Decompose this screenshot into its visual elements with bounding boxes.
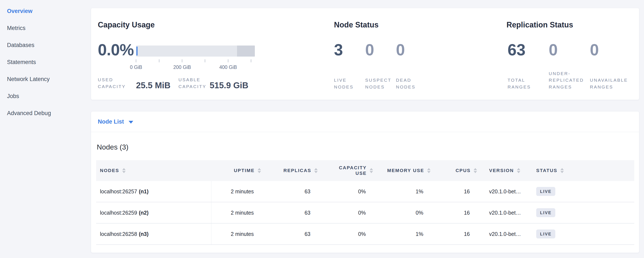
table-row[interactable]: localhost:26257(n1) 2 minutes 63 0% 1% 1… (96, 181, 634, 202)
replicas-cell: 63 (261, 202, 318, 223)
node-status-panel: Node Status 3 LIVE NODES 0 SUSPECT NODES… (334, 8, 504, 100)
status-cell: LIVE (533, 223, 634, 244)
sort-icon (122, 168, 126, 173)
column-header-cpus[interactable]: CPUS (430, 160, 477, 181)
status-badge: LIVE (536, 187, 555, 196)
sidebar-item-metrics[interactable]: Metrics (7, 20, 87, 37)
capacity-use-cell: 0% (318, 223, 373, 244)
axis-tick (136, 59, 136, 62)
sidebar-item-network-latency[interactable]: Network Latency (7, 71, 87, 88)
capacity-use-cell: 0% (318, 202, 373, 223)
capacity-used-percent: 0.0% (98, 40, 134, 59)
sort-icon (474, 168, 477, 173)
live-nodes-stat: 3 LIVE NODES (334, 8, 364, 100)
axis-tick (182, 59, 182, 62)
node-list-view-dropdown[interactable]: Node List (91, 111, 639, 132)
memory-use-cell: 0% (373, 202, 430, 223)
axis-tick (159, 59, 159, 62)
suspect-nodes-stat: 0 SUSPECT NODES (365, 8, 395, 100)
chevron-down-icon (128, 121, 133, 123)
node-address-link[interactable]: localhost:26257(n1) (96, 181, 211, 202)
uptime-cell: 2 minutes (211, 223, 261, 244)
axis-tick (251, 59, 251, 62)
status-badge: LIVE (536, 208, 555, 217)
sort-icon (427, 168, 430, 173)
suspect-nodes-value: 0 (365, 40, 374, 59)
column-header-replicas[interactable]: REPLICAS (261, 160, 318, 181)
node-address-link[interactable]: localhost:26258(n3) (96, 223, 211, 244)
status-cell: LIVE (533, 202, 634, 223)
sidebar-item-advanced-debug[interactable]: Advanced Debug (7, 105, 87, 122)
version-cell: v20.1.0-bet… (477, 223, 533, 244)
dead-nodes-stat: 0 DEAD NODES (396, 8, 426, 100)
axis-tick (205, 59, 205, 62)
capacity-usage-title: Capacity Usage (98, 21, 155, 29)
under-replicated-ranges-value: 0 (549, 40, 558, 59)
capacity-axis: 0 GiB 200 GiB 400 GiB (136, 59, 255, 72)
sidebar-item-statements[interactable]: Statements (7, 54, 87, 71)
table-row[interactable]: localhost:26259(n2) 2 minutes 63 0% 0% 1… (96, 202, 634, 223)
capacity-usage-panel: Capacity Usage 0.0% 0 GiB 200 GiB 400 Gi… (98, 8, 331, 100)
total-ranges-label: TOTAL RANGES (508, 77, 540, 90)
dead-nodes-label: DEAD NODES (396, 77, 422, 90)
sort-icon (517, 168, 520, 173)
nodes-count-heading: Nodes (3) (97, 143, 128, 151)
column-header-status[interactable]: STATUS (533, 160, 634, 181)
cpus-cell: 16 (430, 223, 477, 244)
replicas-cell: 63 (261, 223, 318, 244)
node-list-card: Node List Nodes (3) NODES UPTIME REPLICA… (91, 111, 639, 253)
replicas-cell: 63 (261, 181, 318, 202)
live-nodes-value: 3 (334, 40, 343, 59)
sidebar-item-jobs[interactable]: Jobs (7, 88, 87, 105)
capacity-bar (136, 46, 255, 57)
sidebar-item-databases[interactable]: Databases (7, 37, 87, 54)
table-row[interactable]: localhost:26258(n3) 2 minutes 63 0% 1% 1… (96, 223, 634, 245)
sort-icon (560, 168, 564, 173)
status-badge: LIVE (536, 229, 555, 238)
capacity-use-cell: 0% (318, 181, 373, 202)
capacity-bar-used-marker (136, 47, 138, 56)
axis-tick (228, 59, 228, 62)
column-header-nodes[interactable]: NODES (96, 160, 211, 181)
capacity-bar-reserved-segment (237, 46, 255, 57)
version-cell: v20.1.0-bet… (477, 202, 533, 223)
nodes-table-header: NODES UPTIME REPLICAS CAPACITY USE MEMOR… (96, 160, 634, 181)
column-header-version[interactable]: VERSION (477, 160, 533, 181)
axis-tick-label: 200 GiB (173, 64, 191, 70)
dead-nodes-value: 0 (396, 40, 405, 59)
version-cell: v20.1.0-bet… (477, 181, 533, 202)
total-ranges-value: 63 (508, 40, 526, 59)
used-capacity-value: 25.5 MiB (136, 81, 170, 90)
axis-tick-label: 0 GiB (130, 64, 142, 70)
unavailable-ranges-value: 0 (590, 40, 599, 59)
sidebar: Overview Metrics Databases Statements Ne… (0, 0, 87, 258)
node-list-view-label: Node List (98, 118, 124, 125)
cluster-overview-card: Capacity Usage 0.0% 0 GiB 200 GiB 400 Gi… (91, 8, 639, 100)
sort-icon (258, 168, 261, 173)
uptime-cell: 2 minutes (211, 202, 261, 223)
total-ranges-stat: 63 TOTAL RANGES (508, 8, 548, 100)
axis-tick-label: 400 GiB (219, 64, 237, 70)
column-header-uptime[interactable]: UPTIME (211, 160, 261, 181)
usable-capacity-value: 515.9 GiB (210, 81, 248, 90)
sort-icon (370, 168, 373, 173)
nodes-table: NODES UPTIME REPLICAS CAPACITY USE MEMOR… (96, 160, 634, 245)
memory-use-cell: 1% (373, 181, 430, 202)
node-address-link[interactable]: localhost:26259(n2) (96, 202, 211, 223)
uptime-cell: 2 minutes (211, 181, 261, 202)
cpus-cell: 16 (430, 202, 477, 223)
cpus-cell: 16 (430, 181, 477, 202)
column-header-capacity-use[interactable]: CAPACITY USE (318, 160, 373, 181)
under-replicated-ranges-stat: 0 UNDER-REPLICATED RANGES (549, 8, 589, 100)
status-cell: LIVE (533, 181, 634, 202)
live-nodes-label: LIVE NODES (334, 77, 360, 90)
used-capacity-label: USED CAPACITY (98, 76, 132, 90)
sidebar-item-overview[interactable]: Overview (7, 3, 87, 20)
unavailable-ranges-stat: 0 UNAVAILABLE RANGES (590, 8, 630, 100)
memory-use-cell: 1% (373, 223, 430, 244)
replication-status-panel: Replication Status 63 TOTAL RANGES 0 UND… (506, 8, 638, 100)
unavailable-ranges-label: UNAVAILABLE RANGES (590, 77, 639, 90)
sort-icon (314, 168, 318, 173)
column-header-memory-use[interactable]: MEMORY USE (373, 160, 430, 181)
suspect-nodes-label: SUSPECT NODES (365, 77, 393, 90)
